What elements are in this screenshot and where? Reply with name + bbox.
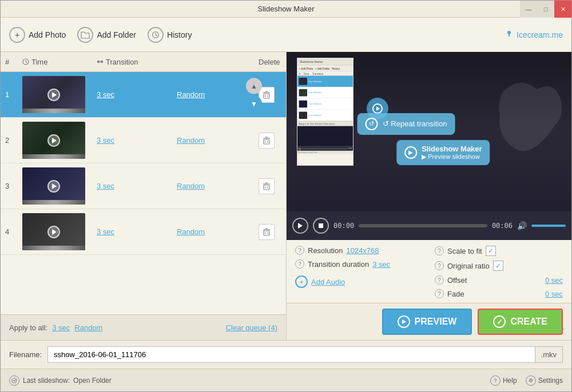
- slide-time-link[interactable]: 3 sec: [97, 90, 177, 99]
- play-icon: [47, 134, 60, 147]
- apply-to-all-bar: Apply to all: 3 sec Random Clear queue (…: [1, 314, 286, 340]
- right-panel: Slideshow Maker + Add Photo+ Add FolderH…: [287, 52, 571, 340]
- delete-slide-button[interactable]: [259, 133, 275, 149]
- original-ratio-setting: ? Original ratio ✓: [435, 261, 563, 271]
- title-bar-controls: — □ ✕: [520, 1, 571, 18]
- status-left: Last slideshow: Open Folder: [9, 375, 112, 386]
- table-row[interactable]: 4 3 sec Random: [1, 209, 286, 255]
- add-audio-row[interactable]: + Add Audio: [295, 275, 423, 288]
- svg-rect-9: [101, 61, 103, 63]
- title-bar: Slideshow Maker — □ ✕: [1, 1, 571, 18]
- move-up-button[interactable]: ▲: [246, 78, 262, 94]
- col-time: Time: [22, 58, 97, 66]
- clear-queue-link[interactable]: Clear queue (4): [226, 323, 277, 332]
- status-bar: Last slideshow: Open Folder ? Help ⚙ Set…: [1, 369, 571, 391]
- slide-number: 2: [5, 136, 22, 145]
- app-window: Slideshow Maker — □ ✕ + Add Photo Add Fo…: [0, 0, 572, 392]
- svg-line-7: [26, 62, 27, 63]
- offset-setting: ? Offset 0 sec: [435, 275, 563, 285]
- current-time: 00:00: [333, 222, 354, 230]
- move-down-button[interactable]: ▼: [246, 95, 262, 111]
- svg-rect-21: [264, 185, 269, 190]
- svg-rect-8: [97, 61, 100, 63]
- volume-bar[interactable]: [531, 225, 566, 227]
- slide-number: 3: [5, 182, 22, 190]
- slide-time-link[interactable]: 3 sec: [97, 182, 177, 190]
- filename-label: Filename:: [9, 350, 42, 359]
- last-slideshow-icon: [9, 375, 19, 386]
- add-audio-label[interactable]: Add Audio: [311, 278, 345, 286]
- stop-button[interactable]: [313, 218, 329, 234]
- offset-value[interactable]: 0 sec: [545, 276, 563, 285]
- icecream-button[interactable]: Icecream.me: [505, 30, 563, 39]
- add-photo-button[interactable]: + Add Photo: [9, 27, 66, 43]
- fade-label: Fade: [447, 290, 464, 298]
- table-row[interactable]: 3 3 sec Random: [1, 163, 286, 209]
- preview-button[interactable]: PREVIEW: [382, 309, 472, 335]
- transition-duration-setting: ? Transition duration 3 sec: [295, 259, 423, 269]
- total-time: 00:06: [492, 222, 513, 230]
- ratio-label: Original ratio: [447, 262, 490, 270]
- svg-rect-32: [319, 223, 323, 228]
- open-folder-link[interactable]: Open Folder: [73, 377, 112, 385]
- left-panel: # Time Transition Delete 1: [1, 52, 287, 340]
- resolution-value[interactable]: 1024x768: [346, 246, 379, 255]
- delete-slide-button[interactable]: [259, 178, 275, 194]
- apply-label: Apply to all:: [9, 323, 47, 332]
- preview-background: Slideshow Maker + Add Photo+ Add FolderH…: [287, 52, 571, 211]
- table-row[interactable]: 1 3 sec Random ▲ ▼: [1, 72, 286, 118]
- ratio-checkbox[interactable]: ✓: [493, 261, 503, 271]
- settings-grid: ? Resolution 1024x768 ? Transition durat…: [295, 246, 563, 298]
- maximize-button[interactable]: □: [537, 1, 554, 18]
- svg-rect-16: [264, 139, 269, 144]
- add-audio-icon: +: [295, 275, 308, 288]
- offset-label: Offset: [447, 276, 467, 285]
- minimize-button[interactable]: —: [520, 1, 537, 18]
- transition-duration-help-icon[interactable]: ?: [295, 259, 304, 269]
- slide-transition-link[interactable]: Random: [177, 136, 259, 145]
- fade-value[interactable]: 0 sec: [545, 290, 563, 298]
- slide-thumbnail: [22, 167, 85, 205]
- create-button[interactable]: ✓ CREATE: [478, 309, 563, 335]
- fade-help-icon[interactable]: ?: [435, 289, 444, 298]
- transition-duration-value[interactable]: 3 sec: [372, 260, 390, 269]
- help-button[interactable]: ? Help: [490, 375, 517, 386]
- history-button[interactable]: History: [148, 27, 192, 43]
- filename-input[interactable]: [48, 347, 534, 362]
- settings-button[interactable]: ⚙ Settings: [526, 375, 563, 386]
- resolution-help-icon[interactable]: ?: [295, 246, 304, 255]
- table-row[interactable]: 2 3 sec Random: [1, 118, 286, 163]
- apply-time-link[interactable]: 3 sec: [52, 323, 70, 332]
- delete-slide-button[interactable]: [259, 224, 275, 240]
- play-icon: [47, 226, 60, 238]
- transition-duration-label: Transition duration: [308, 260, 369, 269]
- slide-time-link[interactable]: 3 sec: [97, 227, 177, 236]
- video-section: Slideshow Maker + Add Photo+ Add FolderH…: [287, 52, 571, 240]
- app-title: Slideshow Maker: [258, 5, 315, 13]
- slide-transition-link[interactable]: Random: [177, 182, 259, 190]
- slide-thumbnail: [22, 122, 85, 159]
- slide-number: 1: [5, 90, 22, 99]
- settings-left: ? Resolution 1024x768 ? Transition durat…: [295, 246, 423, 298]
- repeat-transition-tooltip: ↺ ↺ Repeat transition: [357, 113, 455, 135]
- add-folder-button[interactable]: Add Folder: [77, 27, 136, 43]
- apply-transition-link[interactable]: Random: [74, 323, 102, 332]
- close-button[interactable]: ✕: [554, 1, 571, 18]
- slide-thumbnail: [22, 213, 85, 250]
- resolution-label: Resolution: [308, 246, 343, 255]
- filename-input-wrap: .mkv: [47, 346, 563, 363]
- create-check-icon: ✓: [493, 315, 506, 328]
- scale-checkbox[interactable]: ✓: [486, 246, 496, 256]
- scale-help-icon[interactable]: ?: [435, 246, 444, 255]
- slide-number: 4: [5, 227, 22, 236]
- svg-line-2: [156, 35, 157, 36]
- video-preview: Slideshow Maker + Add Photo+ Add FolderH…: [287, 52, 571, 211]
- world-map-decoration: [491, 58, 566, 172]
- play-button[interactable]: [292, 218, 308, 234]
- volume-icon[interactable]: 🔊: [517, 221, 527, 230]
- slide-transition-link[interactable]: Random: [177, 227, 259, 236]
- ratio-help-icon[interactable]: ?: [435, 261, 444, 270]
- slide-time-link[interactable]: 3 sec: [97, 136, 177, 145]
- offset-help-icon[interactable]: ?: [435, 275, 444, 285]
- progress-bar[interactable]: [359, 224, 487, 227]
